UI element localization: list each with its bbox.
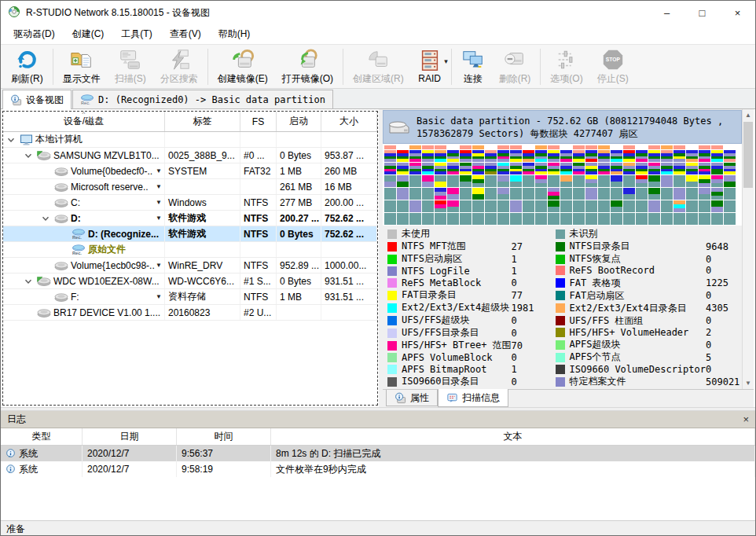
row-dropdown-arrow[interactable]: ▼	[156, 215, 162, 222]
log-column-header[interactable]: 日期	[83, 428, 177, 445]
expand-chevron-icon[interactable]	[24, 277, 35, 286]
log-type-text: 系统	[19, 463, 38, 476]
device-name-cell: WDC WD10EZEX-08W...	[3, 274, 165, 288]
tree-column-header[interactable]: 设备/磁盘^	[3, 112, 165, 131]
block-cell	[535, 213, 547, 225]
legend-count: 1	[512, 364, 551, 375]
block-cell	[573, 145, 585, 149]
block-cell	[636, 150, 648, 162]
scrollbar-down-icon[interactable]: ▼	[743, 377, 754, 389]
tree-row[interactable]: SAMSUNG MZVLB1T0...0025_388B_9...#0 ...0…	[3, 148, 377, 163]
sort-indicator-icon: ^	[83, 111, 86, 117]
toolbar-button-raid[interactable]: ▾RAID	[411, 46, 449, 87]
block-cell	[699, 163, 710, 174]
size-cell: 931.51 ...	[321, 289, 377, 304]
tree-row[interactable]: Rec.D: (Recognize...软件游戏NTFS0 Bytes752.6…	[3, 226, 377, 242]
log-time-cell: 9:56:37	[177, 446, 271, 461]
tree-column-header[interactable]: 大小	[321, 112, 377, 131]
scan-tab[interactable]: 扫描信息	[438, 389, 508, 407]
toolbar-button-open-image[interactable]: 打开镜像(O)	[275, 46, 340, 87]
legend-item: APFS个节点5	[556, 351, 754, 363]
device-name-cell: Volume{1ecb0c98-..▼	[3, 258, 165, 273]
block-cell	[384, 175, 396, 187]
label-cell	[165, 179, 240, 194]
scan-tab[interactable]: 属性	[386, 390, 438, 406]
tree-row[interactable]: BR17 DEVICE V1.00 1....20160823#2 U...	[3, 305, 377, 321]
legend-count: 0	[512, 352, 551, 363]
block-cell	[384, 200, 396, 212]
row-dropdown-arrow[interactable]: ▼	[156, 293, 162, 300]
tree-row[interactable]: D:▼软件游戏NTFS200.27 ...752.62 ...	[3, 211, 377, 226]
tree-row[interactable]: Volume{0bedecf0-..▼SYSTEMFAT321 MB260 MB	[3, 163, 377, 179]
block-cell	[485, 188, 497, 200]
size-cell: 260 MB	[321, 163, 377, 178]
toolbar-button-label: 停止(S)	[597, 72, 629, 86]
block-cell	[409, 200, 421, 212]
scrollbar-up-icon[interactable]: ▲	[743, 109, 754, 121]
block-cell	[673, 150, 685, 162]
scan-icon	[119, 48, 142, 72]
legend-label: UFS/FFS 柱面组	[570, 314, 706, 328]
legend-label: ReFS BootRecord	[570, 265, 706, 276]
maximize-button[interactable]: □	[684, 1, 720, 24]
scan-block-map[interactable]	[383, 144, 742, 226]
expand-chevron-icon[interactable]	[24, 151, 35, 160]
scan-legend: 未使用NTFS MFT范围27NTFS启动扇区1NTFS LogFile1ReF…	[383, 226, 742, 389]
tree-row[interactable]: Volume{1ecb0c98-..▼WinRE_DRVNTFS952.89 .…	[3, 258, 377, 274]
block-cell	[724, 213, 736, 225]
minimize-button[interactable]: –	[649, 1, 684, 24]
row-dropdown-arrow[interactable]: ▼	[156, 167, 162, 174]
block-cell	[661, 200, 673, 212]
log-row[interactable]: 系统2020/12/79:56:378m 12s 的 D: 扫描已完成	[1, 446, 755, 461]
toolbar-button-create-image[interactable]: 创建镜像(E)	[211, 46, 275, 87]
menu-item[interactable]: 查看(V)	[161, 25, 210, 43]
legend-count: 0	[512, 328, 551, 339]
close-button[interactable]: ×	[720, 1, 755, 24]
view-tab[interactable]: 设备视图	[2, 90, 72, 109]
log-column-header[interactable]: 类型	[1, 428, 83, 445]
menu-item[interactable]: 驱动器(D)	[5, 25, 64, 43]
block-cell	[560, 188, 572, 200]
row-dropdown-arrow[interactable]: ▼	[156, 183, 162, 190]
view-tab-label: D: (Recognized0) -> Basic data partition	[98, 94, 325, 105]
expand-chevron-icon[interactable]	[41, 214, 52, 223]
log-column-header[interactable]: 时间	[177, 428, 271, 445]
scan-scrollbar[interactable]: ▲ ▼	[742, 109, 754, 389]
block-cell	[699, 145, 710, 149]
menu-item[interactable]: 帮助(H)	[210, 25, 259, 43]
toolbar-button-connect[interactable]: 连接	[454, 46, 492, 87]
row-dropdown-arrow[interactable]: ▼	[156, 262, 162, 269]
tree-column-header[interactable]: 标签	[165, 112, 240, 131]
scan-info-icon	[446, 392, 458, 404]
scrollbar-thumb[interactable]	[743, 122, 753, 188]
refresh-icon	[15, 48, 39, 72]
block-cell	[661, 150, 673, 162]
tree-column-header[interactable]: 启动	[277, 112, 321, 131]
tree-row[interactable]: 本地计算机	[3, 132, 377, 148]
row-dropdown-arrow[interactable]: ▼	[156, 199, 162, 206]
options-icon	[555, 48, 578, 72]
view-tab[interactable]: Rec.D: (Recognized0) -> Basic data parti…	[72, 90, 333, 108]
legend-label: NTFS目录条目	[570, 240, 706, 253]
block-cell	[573, 175, 585, 187]
tree-row[interactable]: C:▼WindowsNTFS277 MB200.00 ...	[3, 195, 377, 211]
dropdown-arrow-icon[interactable]: ▾	[444, 57, 448, 65]
expand-chevron-icon[interactable]	[6, 135, 17, 145]
log-column-header[interactable]: 文本	[271, 428, 755, 445]
tree-column-header[interactable]: FS	[240, 112, 277, 131]
tree-row[interactable]: WDC WD10EZEX-08W...WD-WCC6Y6...#1 S...0 …	[3, 274, 377, 289]
device-name: Microsoft reserve..	[71, 182, 149, 193]
tree-row[interactable]: Microsoft reserve..▼261 MB16 MB	[3, 179, 377, 195]
toolbar-button-show-files[interactable]: 显示文件	[56, 46, 108, 87]
block-cell	[435, 188, 446, 200]
tree-row[interactable]: Rec.原始文件	[3, 242, 377, 258]
create-region-icon	[366, 48, 390, 72]
menu-item[interactable]: 工具(T)	[112, 25, 160, 43]
block-cell	[686, 200, 698, 212]
menu-item[interactable]: 创建(C)	[64, 25, 113, 43]
toolbar-button-refresh[interactable]: 刷新(R)	[4, 46, 50, 87]
log-row[interactable]: 系统2020/12/79:58:19文件枚举在9秒内完成	[1, 461, 755, 477]
tree-row[interactable]: F:▼资料存储NTFS1 MB931.51 ...	[3, 289, 377, 305]
log-close-icon[interactable]: ×	[743, 413, 749, 425]
device-name-cell: Rec.原始文件	[3, 242, 165, 257]
